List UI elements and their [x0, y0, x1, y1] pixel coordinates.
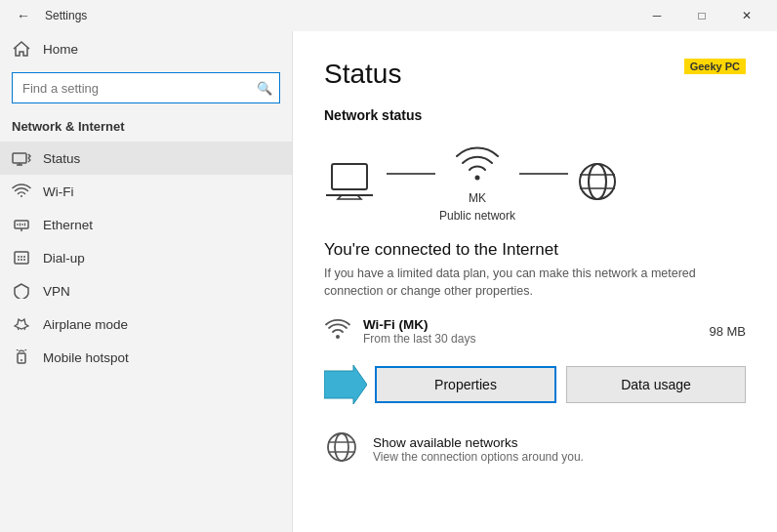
- svg-point-14: [20, 259, 22, 261]
- dialup-label: Dial-up: [43, 251, 85, 266]
- svg-point-15: [23, 259, 25, 261]
- wifi-name: Wi-Fi (MK): [363, 317, 709, 332]
- sidebar-item-vpn[interactable]: VPN: [0, 274, 292, 307]
- svg-point-30: [335, 433, 348, 461]
- dialup-icon: [12, 250, 31, 266]
- page-title: Status Geeky PC: [324, 59, 746, 90]
- window-title: Settings: [39, 9, 634, 22]
- status-icon: [12, 150, 31, 166]
- svg-rect-0: [13, 153, 26, 163]
- sidebar-item-ethernet[interactable]: Ethernet: [0, 208, 292, 241]
- section-title: Network status: [324, 107, 746, 123]
- ethernet-icon: [12, 217, 31, 232]
- sidebar-item-home[interactable]: Home: [0, 31, 292, 66]
- globe-icon-diagram: [572, 158, 623, 205]
- vpn-label: VPN: [43, 284, 70, 299]
- show-networks-text: Show available networks View the connect…: [373, 435, 584, 464]
- network-diagram: MK Public network: [324, 141, 746, 223]
- arrow-indicator: [324, 363, 365, 406]
- vpn-icon: [12, 283, 31, 299]
- sidebar: Home 🔍 Network & Internet: [0, 31, 293, 532]
- geeky-badge: Geeky PC: [684, 59, 746, 74]
- window-controls: ─ □ ✕: [634, 0, 769, 31]
- svg-point-29: [328, 433, 355, 461]
- connected-sub: If you have a limited data plan, you can…: [324, 266, 734, 300]
- hotspot-icon: [12, 349, 31, 365]
- network-line-2: [519, 173, 568, 175]
- svg-point-27: [336, 335, 340, 339]
- ethernet-label: Ethernet: [43, 218, 93, 232]
- wifi-icon: [12, 184, 31, 199]
- search-container: 🔍: [12, 72, 280, 103]
- svg-rect-3: [15, 221, 28, 228]
- hotspot-label: Mobile hotspot: [43, 350, 129, 365]
- airplane-label: Airplane mode: [43, 317, 128, 332]
- minimize-button[interactable]: ─: [634, 0, 679, 31]
- airplane-icon: [12, 316, 31, 332]
- wifi-info: Wi-Fi (MK) From the last 30 days: [363, 317, 709, 346]
- connected-title: You're connected to the Internet: [324, 240, 746, 260]
- settings-window: ← Settings ─ □ ✕ Home 🔍: [0, 0, 777, 532]
- wifi-signal-icon: MK Public network: [439, 141, 515, 223]
- svg-point-13: [18, 259, 20, 261]
- show-networks-title: Show available networks: [373, 435, 584, 450]
- network-line-1: [387, 173, 435, 175]
- home-label: Home: [43, 42, 78, 57]
- svg-rect-20: [332, 164, 367, 189]
- close-button[interactable]: ✕: [724, 0, 769, 31]
- titlebar: ← Settings ─ □ ✕: [0, 0, 777, 31]
- show-networks-sub: View the connection options around you.: [373, 450, 584, 464]
- status-label: Status: [43, 151, 80, 166]
- back-button[interactable]: ←: [8, 0, 39, 31]
- svg-point-24: [589, 164, 606, 199]
- globe-small-icon: [324, 430, 359, 469]
- svg-marker-28: [324, 365, 367, 404]
- svg-point-11: [20, 256, 22, 258]
- wifi-label: Wi-Fi: [43, 184, 73, 199]
- svg-point-19: [20, 359, 22, 361]
- svg-point-22: [475, 176, 480, 181]
- maximize-button[interactable]: □: [679, 0, 724, 31]
- home-icon: [12, 40, 31, 58]
- properties-button[interactable]: Properties: [375, 366, 556, 403]
- wifi-row-icon: [324, 318, 351, 346]
- sidebar-item-dialup[interactable]: Dial-up: [0, 241, 292, 274]
- laptop-icon: [324, 158, 383, 205]
- buttons-row: Properties Data usage: [324, 363, 746, 406]
- svg-point-23: [580, 164, 615, 199]
- network-type-label: Public network: [439, 209, 515, 223]
- wifi-row: Wi-Fi (MK) From the last 30 days 98 MB: [324, 317, 746, 346]
- search-icon: 🔍: [257, 81, 272, 96]
- sidebar-item-status[interactable]: Status: [0, 142, 292, 175]
- sidebar-item-wifi[interactable]: Wi-Fi: [0, 175, 292, 208]
- sidebar-section-title: Network & Internet: [0, 115, 292, 142]
- svg-point-12: [23, 256, 25, 258]
- svg-point-10: [18, 256, 20, 258]
- svg-rect-18: [18, 353, 25, 363]
- content-area: Home 🔍 Network & Internet: [0, 31, 777, 532]
- show-networks-row[interactable]: Show available networks View the connect…: [324, 430, 746, 469]
- sidebar-item-hotspot[interactable]: Mobile hotspot: [0, 341, 292, 374]
- main-content: Status Geeky PC Network status: [293, 31, 777, 532]
- data-usage-button[interactable]: Data usage: [566, 366, 746, 403]
- network-name-label: MK: [469, 191, 486, 205]
- sidebar-item-airplane[interactable]: Airplane mode: [0, 307, 292, 341]
- wifi-sub: From the last 30 days: [363, 332, 709, 346]
- search-input[interactable]: [12, 72, 280, 103]
- wifi-usage: 98 MB: [709, 324, 746, 339]
